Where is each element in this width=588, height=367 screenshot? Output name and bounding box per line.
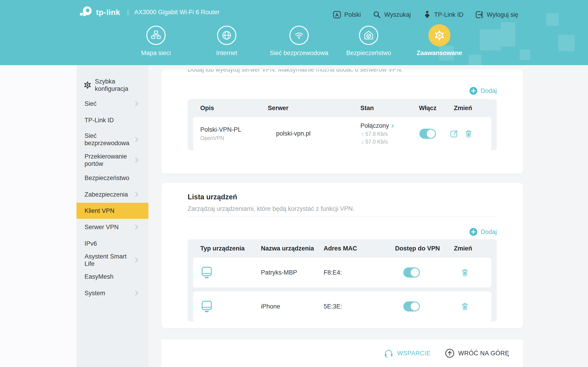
sidebar-item-smart-life[interactable]: Asystent Smart Life bbox=[77, 252, 148, 268]
sidebar-item-vpn-client[interactable]: Klient VPN bbox=[77, 203, 148, 219]
device-mac: 5E:3E: bbox=[324, 303, 395, 310]
device-mac: F8:E4: bbox=[324, 269, 395, 276]
sidebar-item-label: Sieć bezprzewodowa bbox=[85, 132, 133, 147]
vpn-name: Polski-VPN-PL bbox=[200, 126, 268, 133]
vpn-enable-toggle[interactable] bbox=[419, 129, 436, 139]
search-icon bbox=[372, 10, 381, 19]
plus-circle-icon bbox=[469, 228, 477, 236]
decor-square bbox=[546, 13, 559, 26]
brand-separator: | bbox=[127, 8, 129, 16]
nav-item-wireless[interactable]: Sieć bezprzewodowa bbox=[262, 26, 336, 57]
search-label: Wyszukaj bbox=[384, 11, 411, 18]
device-name: iPhone bbox=[261, 303, 324, 310]
sidebar-item-label: Szybka konfiguracja bbox=[95, 78, 138, 92]
sidebar-item-label: Przekierowanie portów bbox=[85, 153, 133, 167]
chevron-right-icon bbox=[135, 137, 138, 142]
column-header: Zmień bbox=[454, 245, 491, 252]
sidebar: Szybka konfiguracja Sieć TP-Link ID Sieć… bbox=[77, 65, 148, 367]
computer-icon bbox=[200, 300, 261, 313]
sidebar-item-network[interactable]: Sieć bbox=[77, 95, 148, 112]
chevron-right-icon bbox=[135, 157, 138, 163]
sidebar-item-wireless[interactable]: Sieć bezprzewodowa bbox=[77, 128, 148, 150]
nav-label: Sieć bezprzewodowa bbox=[270, 50, 328, 57]
sidebar-item-ipv6[interactable]: IPv6 bbox=[77, 235, 148, 252]
logout-icon bbox=[475, 10, 484, 19]
sidebar-item-quick-setup[interactable]: Szybka konfiguracja bbox=[77, 75, 148, 95]
tplink-logo-icon bbox=[78, 6, 92, 18]
logout-button[interactable]: Wyloguj się bbox=[475, 9, 519, 20]
support-label: WSPARCIE bbox=[397, 350, 431, 357]
sidebar-item-port-forwarding[interactable]: Przekierowanie portów bbox=[77, 150, 148, 170]
device-name: Patryks-MBP bbox=[261, 269, 324, 276]
vpn-server-address: polski-vpn.pl bbox=[268, 130, 360, 137]
sidebar-item-tplink-id[interactable]: TP-Link ID bbox=[77, 112, 148, 128]
edit-icon[interactable] bbox=[450, 129, 458, 138]
computer-icon bbox=[200, 266, 261, 279]
device-row: Patryks-MBP F8:E4: bbox=[193, 258, 491, 287]
chevron-right-icon bbox=[135, 101, 138, 106]
logout-label: Wyloguj się bbox=[487, 11, 519, 18]
delete-icon[interactable] bbox=[461, 302, 469, 311]
sidebar-item-system[interactable]: System bbox=[77, 285, 148, 301]
sidebar-item-label: Serwer VPN bbox=[85, 223, 119, 231]
nav-item-internet[interactable]: Internet bbox=[190, 26, 263, 57]
column-header: Serwer bbox=[268, 105, 360, 112]
nav-label: Zaawansowane bbox=[417, 50, 462, 57]
sidebar-item-label: Klient VPN bbox=[85, 207, 115, 215]
delete-icon[interactable] bbox=[461, 268, 469, 277]
vpn-protocol: OpenVPN bbox=[200, 135, 268, 141]
vpn-status-link[interactable]: Połączony bbox=[360, 122, 419, 129]
sidebar-item-security[interactable]: Bezpieczeństwo bbox=[77, 170, 148, 186]
device-table-header: Typ urządzenia Nazwa urządzenia Adres MA… bbox=[188, 239, 497, 258]
network-map-icon bbox=[146, 26, 166, 45]
vpn-server-table: Opis Serwer Stan Włącz Zmień Polski-VPN-… bbox=[188, 99, 497, 150]
decor-square bbox=[501, 22, 515, 47]
column-header: Adres MAC bbox=[324, 245, 395, 252]
divider bbox=[188, 76, 497, 76]
nav-label: Bezpieczeństwo bbox=[346, 50, 391, 57]
plus-circle-icon bbox=[469, 87, 477, 95]
sidebar-item-easymesh[interactable]: EasyMesh bbox=[77, 268, 148, 285]
content-footer: WSPARCIE WRÓĆ NA GÓRĘ bbox=[162, 340, 523, 367]
tplink-id-label: TP-Link ID bbox=[434, 11, 464, 18]
brand-logo[interactable]: tp-link | AX3000 Gigabit Wi-Fi 6 Router bbox=[78, 6, 219, 18]
column-header: Dostęp do VPN bbox=[395, 245, 454, 252]
column-header: Opis bbox=[200, 105, 268, 112]
sidebar-item-protection[interactable]: Zabezpieczenia bbox=[77, 186, 148, 203]
sidebar-item-label: EasyMesh bbox=[85, 273, 113, 280]
column-header: Nazwa urządzenia bbox=[261, 245, 324, 252]
nav-label: Mapa sieci bbox=[141, 50, 171, 57]
support-link[interactable]: WSPARCIE bbox=[384, 348, 431, 358]
nav-item-security[interactable]: Bezpieczeństwo bbox=[332, 26, 405, 57]
chevron-right-icon bbox=[135, 290, 138, 296]
language-label: Polski bbox=[344, 11, 361, 18]
vpn-access-toggle[interactable] bbox=[403, 267, 420, 277]
language-icon: A bbox=[333, 10, 341, 19]
upload-arrow-icon: ↑ bbox=[361, 131, 364, 137]
chevron-right-icon bbox=[135, 224, 138, 230]
back-to-top-link[interactable]: WRÓĆ NA GÓRĘ bbox=[445, 348, 509, 358]
brand-name: tp-link bbox=[96, 8, 120, 17]
device-list-title: Lista urządzeń bbox=[188, 183, 497, 201]
device-table: Typ urządzenia Nazwa urządzenia Adres MA… bbox=[188, 239, 497, 321]
sidebar-item-label: Asystent Smart Life bbox=[85, 253, 135, 267]
delete-icon[interactable] bbox=[464, 129, 473, 138]
nav-item-network-map[interactable]: Mapa sieci bbox=[119, 26, 193, 57]
router-model: AX3000 Gigabit Wi-Fi 6 Router bbox=[134, 9, 220, 16]
sidebar-item-label: TP-Link ID bbox=[85, 117, 114, 124]
search-button[interactable]: Wyszukaj bbox=[372, 9, 411, 20]
vpn-access-toggle[interactable] bbox=[403, 301, 420, 311]
tplink-id-button[interactable]: TP-Link ID bbox=[423, 9, 464, 20]
nav-item-advanced[interactable]: Zaawansowane bbox=[403, 26, 476, 57]
sidebar-item-label: Bezpieczeństwo bbox=[85, 174, 129, 182]
add-label: Dodaj bbox=[481, 87, 497, 94]
sidebar-item-vpn-server[interactable]: Serwer VPN bbox=[77, 219, 148, 235]
svg-text:A: A bbox=[335, 12, 338, 17]
add-device-button[interactable]: Dodaj bbox=[188, 228, 497, 236]
quick-setup-gear-icon bbox=[83, 81, 92, 89]
add-vpn-server-button[interactable]: Dodaj bbox=[188, 87, 497, 95]
language-selector[interactable]: A Polski bbox=[333, 9, 361, 20]
decor-square bbox=[519, 50, 530, 60]
headset-icon bbox=[384, 348, 393, 358]
vpn-status: Połączony bbox=[360, 122, 389, 129]
